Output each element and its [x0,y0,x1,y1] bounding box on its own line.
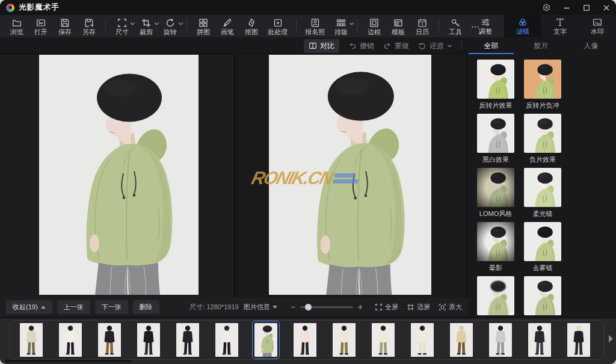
resize-button[interactable]: 尺寸 [110,16,134,37]
button-label: 浏览 [10,29,23,35]
filter-card[interactable]: 负片效果 [522,114,563,164]
redo-button[interactable]: 重做 [383,41,409,51]
restore-button[interactable]: 还原 [418,41,452,51]
filter-name: 晕影 [489,264,502,273]
filter-card[interactable]: 去雾镜 [522,222,563,273]
filter-card[interactable]: LOMO风格 [475,168,516,218]
filter-button-block: 滤镜 [504,15,541,37]
filmstrip-thumbnail[interactable] [333,323,356,357]
template-button[interactable]: 模板 [386,16,410,37]
text-button[interactable]: 文字 [541,15,579,35]
photo-before[interactable] [39,55,199,295]
photo-thumbnail-figure [20,323,43,357]
original-size-button[interactable]: 原大 [439,303,462,312]
filmstrip-scrollbar[interactable] [5,360,131,362]
filmstrip [0,318,616,364]
filmstrip-thumbnail[interactable] [567,323,590,357]
zoom-in-button[interactable]: + [358,303,363,311]
filmstrip-thumbnail[interactable] [489,323,512,357]
toolbar-left-group: 浏览 打开 保存 另存 尺寸 裁剪 旋转 拼图 画笔 抠图 批处理 报名照 排版… [0,15,483,37]
brush-button[interactable]: 画笔 [215,16,239,37]
minimize-button[interactable] [562,4,570,11]
id-photo-button[interactable]: 报名照 [301,16,329,37]
filter-thumbnail [524,276,561,315]
toolbar-divider [439,19,439,34]
filter-circles-icon [518,17,528,27]
close-button[interactable] [602,4,610,11]
sliders-icon [481,17,490,27]
filmstrip-next-arrow[interactable] [609,335,613,342]
layout-button[interactable]: 排版 [329,16,353,37]
filter-thumbnail [477,60,514,99]
filter-card[interactable]: 晕影 [475,222,516,273]
rotate-button[interactable]: 旋转 [158,16,182,37]
frame-icon [369,18,379,28]
filmstrip-thumbnail[interactable] [137,323,160,357]
filmstrip-thumbnail[interactable] [372,323,395,357]
app-logo-icon [6,4,14,12]
toolbar-right-group: 调整 滤镜 文字 水印 [467,15,616,37]
watermark-button[interactable]: 水印 [579,15,616,35]
save-button[interactable]: 保存 [53,16,77,37]
delete-image-button[interactable]: 删除 [133,300,159,314]
zoom-out-button[interactable]: − [291,303,295,311]
filmstrip-thumbnail[interactable] [215,323,238,357]
save-as-button[interactable]: 另存 [77,16,101,37]
maximize-button[interactable] [582,4,590,11]
original-size-icon [439,303,446,311]
photo-thumbnail-figure [411,323,434,357]
filmstrip-thumbnail[interactable] [450,323,473,357]
filmstrip-thumbnail-selected[interactable] [254,323,277,357]
filter-name: 去雾镜 [533,264,553,273]
previous-image-button[interactable]: 上一张 [57,300,90,314]
tab-all[interactable]: 全部 [466,37,516,54]
compare-button[interactable]: 对比 [304,39,339,53]
border-button[interactable]: 边框 [362,16,386,37]
undo-button[interactable]: 撤销 [348,41,374,51]
filter-name: 反转片效果 [479,101,513,110]
filmstrip-thumbnail[interactable] [20,323,43,357]
filmstrip-thumbnail[interactable] [176,323,199,357]
collage-button[interactable]: 拼图 [191,16,215,37]
fit-screen-button[interactable]: 适屏 [407,303,430,312]
photo-after[interactable] [269,55,431,295]
image-info-dropdown[interactable]: 图片信息 [244,303,277,312]
tools-button[interactable]: 工具 [443,16,467,37]
browse-button[interactable]: 浏览 [5,16,29,37]
button-label: 边框 [368,29,381,35]
adjust-button[interactable]: 调整 [467,15,504,35]
photo-thumbnail-figure [254,323,277,357]
photo-thumbnail-figure [489,323,512,357]
button-label: 收起(19) [13,303,38,312]
button-label: 下一张 [102,303,122,312]
crop-button[interactable]: 裁剪 [134,16,158,37]
fullscreen-button[interactable]: 全屏 [375,303,398,312]
batch-process-button[interactable]: 批处理 [263,16,292,37]
zoom-slider-handle[interactable] [305,304,312,310]
tab-film[interactable]: 胶片 [516,37,566,54]
button-label: 尺寸 [116,29,129,35]
filter-card[interactable]: 黑白效果 [475,114,516,164]
filter-card[interactable]: 反转片效果 [475,60,516,110]
next-image-button[interactable]: 下一张 [95,300,128,314]
collapse-filmstrip-button[interactable]: 收起(19) [6,300,52,314]
filter-card[interactable]: 反转片负冲 [522,60,563,110]
zoom-slider[interactable] [300,306,353,308]
settings-button[interactable] [543,4,550,11]
filter-button[interactable]: 滤镜 [504,15,541,35]
filter-name: 反转片负冲 [526,101,559,110]
filmstrip-track [10,320,604,360]
calendar-button[interactable]: 日历 [410,16,434,37]
filmstrip-thumbnail[interactable] [59,323,82,357]
open-button[interactable]: 打开 [29,16,53,37]
tab-portrait[interactable]: 人像 [566,37,616,54]
toolbar-divider [186,19,187,34]
cutout-button[interactable]: 抠图 [239,16,263,37]
filter-card[interactable]: 柔光镜 [522,168,563,218]
filmstrip-thumbnail[interactable] [98,323,121,357]
layout-grid-icon [336,18,346,28]
filmstrip-thumbnail[interactable] [528,323,551,357]
save-icon [60,18,70,28]
filmstrip-thumbnail[interactable] [411,323,434,357]
filmstrip-thumbnail[interactable] [294,323,316,357]
